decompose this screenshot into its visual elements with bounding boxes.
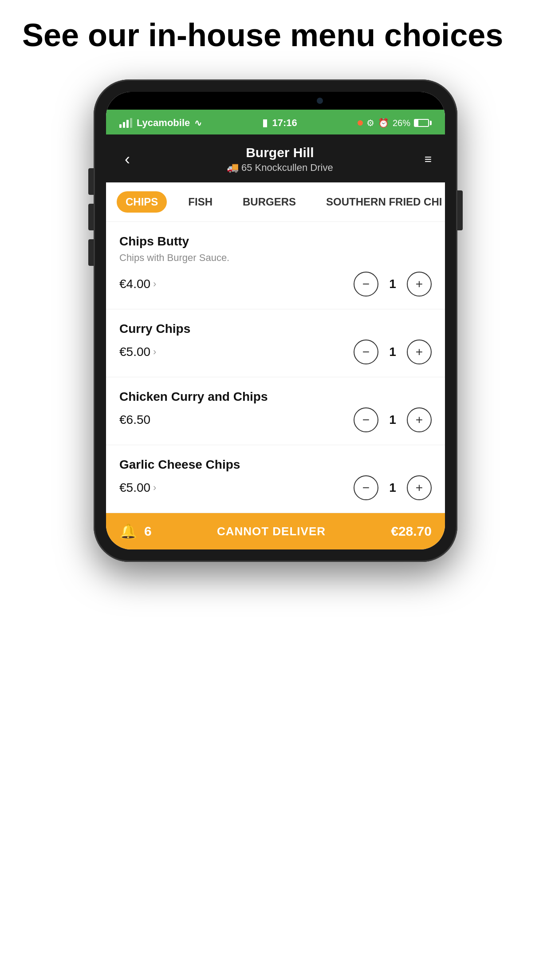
item-name-4: Garlic Cheese Chips <box>119 458 432 472</box>
settings-icon: ⚙ <box>366 118 374 128</box>
qty-increase-1[interactable]: + <box>407 272 432 296</box>
price-arrow-2: › <box>153 346 156 358</box>
status-left: Lycamobile ∿ <box>119 117 202 129</box>
bottom-bar-left: 🔔 6 <box>119 523 152 540</box>
qty-increase-3[interactable]: + <box>407 407 432 432</box>
status-center: ▮ 17:16 <box>262 117 297 129</box>
status-right: ⚙ ⏰ 26% <box>358 118 432 128</box>
qty-value-2: 1 <box>387 345 398 359</box>
item-name-1: Chips Butty <box>119 234 432 249</box>
bell-icon: 🔔 <box>119 523 137 540</box>
qty-control-3: − 1 + <box>354 407 432 432</box>
qty-increase-4[interactable]: + <box>407 475 432 500</box>
item-price-4[interactable]: €5.00 › <box>119 481 156 495</box>
qty-value-3: 1 <box>387 413 398 427</box>
qty-value-4: 1 <box>387 481 398 495</box>
menu-item-garlic-cheese: Garlic Cheese Chips €5.00 › − 1 + <box>106 445 445 513</box>
carrier-label: Lycamobile <box>137 117 190 129</box>
back-button[interactable]: ‹ <box>119 148 135 170</box>
qty-increase-2[interactable]: + <box>407 340 432 364</box>
qty-decrease-4[interactable]: − <box>354 475 378 500</box>
cannot-deliver-label: CANNOT DELIVER <box>217 525 326 538</box>
signal-bar-2 <box>123 122 125 128</box>
category-tabs: CHIPS FISH BURGERS SOUTHERN FRIED CHI <box>106 182 445 222</box>
qty-control-4: − 1 + <box>354 475 432 500</box>
time-display: 17:16 <box>272 117 297 129</box>
camera-record-icon: ▮ <box>262 117 268 129</box>
qty-value-1: 1 <box>387 277 398 291</box>
tab-fish[interactable]: FISH <box>179 191 221 213</box>
menu-item-chips-butty: Chips Butty Chips with Burger Sauce. €4.… <box>106 222 445 309</box>
price-arrow-4: › <box>153 482 156 494</box>
menu-icon[interactable]: ≡ <box>425 152 432 166</box>
signal-bar-3 <box>126 120 129 128</box>
tab-burgers[interactable]: BURGERS <box>234 191 305 213</box>
app-header: ‹ Burger Hill 🚚 65 Knockcullen Drive ≡ <box>106 134 445 182</box>
signal-bar-1 <box>119 124 122 128</box>
battery-icon <box>414 119 432 127</box>
qty-decrease-3[interactable]: − <box>354 407 378 432</box>
item-name-2: Curry Chips <box>119 322 432 336</box>
cart-count: 6 <box>144 524 152 539</box>
item-price-3[interactable]: €6.50 <box>119 413 150 427</box>
phone-screen: Lycamobile ∿ ▮ 17:16 ⚙ ⏰ 26% <box>106 92 445 549</box>
notch-area <box>106 92 445 110</box>
restaurant-address: 🚚 65 Knockcullen Drive <box>227 162 333 174</box>
cart-total: €28.70 <box>391 524 432 539</box>
item-footer-4: €5.00 › − 1 + <box>119 475 432 500</box>
notch <box>228 95 308 107</box>
phone-frame: Lycamobile ∿ ▮ 17:16 ⚙ ⏰ 26% <box>94 79 457 562</box>
menu-item-chicken-curry: Chicken Curry and Chips €6.50 − 1 + <box>106 377 445 445</box>
item-price-2[interactable]: €5.00 › <box>119 345 156 359</box>
delivery-truck-icon: 🚚 <box>227 162 239 174</box>
item-footer-1: €4.00 › − 1 + <box>119 272 432 296</box>
item-footer-3: €6.50 − 1 + <box>119 407 432 432</box>
orange-indicator <box>358 120 363 126</box>
signal-bar-4 <box>130 118 132 128</box>
qty-control-1: − 1 + <box>354 272 432 296</box>
page-heading: See our in-house menu choices <box>0 0 551 79</box>
qty-control-2: − 1 + <box>354 340 432 364</box>
item-name-3: Chicken Curry and Chips <box>119 390 432 404</box>
qty-decrease-1[interactable]: − <box>354 272 378 296</box>
item-price-1[interactable]: €4.00 › <box>119 277 156 291</box>
menu-list: Chips Butty Chips with Burger Sauce. €4.… <box>106 222 445 513</box>
header-center: Burger Hill 🚚 65 Knockcullen Drive <box>227 145 333 174</box>
battery-percent: 26% <box>393 118 410 128</box>
alarm-icon: ⏰ <box>378 118 389 128</box>
bottom-bar[interactable]: 🔔 6 CANNOT DELIVER €28.70 <box>106 513 445 549</box>
status-bar: Lycamobile ∿ ▮ 17:16 ⚙ ⏰ 26% <box>106 110 445 134</box>
qty-decrease-2[interactable]: − <box>354 340 378 364</box>
price-arrow-1: › <box>153 278 156 290</box>
front-camera <box>317 98 323 104</box>
tab-chips[interactable]: CHIPS <box>117 191 167 213</box>
menu-item-curry-chips: Curry Chips €5.00 › − 1 + <box>106 309 445 377</box>
restaurant-name: Burger Hill <box>227 145 333 160</box>
tab-southern-fried[interactable]: SOUTHERN FRIED CHI <box>317 191 445 213</box>
item-desc-1: Chips with Burger Sauce. <box>119 252 432 264</box>
signal-bars <box>119 118 132 128</box>
item-footer-2: €5.00 › − 1 + <box>119 340 432 364</box>
phone-mockup: Lycamobile ∿ ▮ 17:16 ⚙ ⏰ 26% <box>0 79 551 562</box>
wifi-icon: ∿ <box>194 118 202 128</box>
